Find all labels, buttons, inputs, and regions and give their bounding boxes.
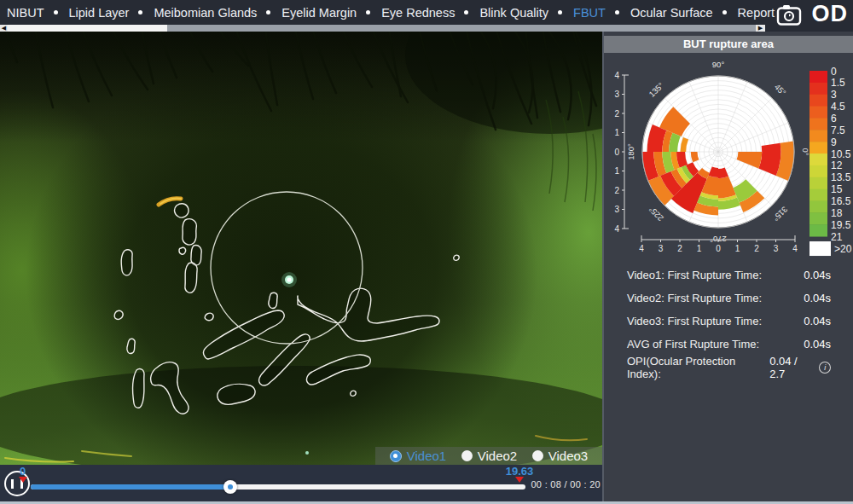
- radio-icon: [532, 450, 543, 461]
- svg-text:4: 4: [792, 244, 798, 253]
- svg-text:3: 3: [614, 205, 619, 214]
- info-row-label: Video2: First Rupture Time:: [627, 292, 762, 304]
- seek-bar-progress: [31, 484, 230, 490]
- svg-text:2: 2: [754, 244, 759, 253]
- camera-icon: [776, 4, 802, 26]
- svg-text:19.5: 19.5: [831, 219, 851, 231]
- svg-text:135°: 135°: [647, 80, 665, 99]
- video-option-label: Video3: [548, 449, 588, 463]
- scroll-right-arrow-icon[interactable]: ▶: [756, 25, 765, 32]
- video-option-video2[interactable]: Video2: [461, 449, 517, 463]
- info-icon[interactable]: i: [819, 362, 831, 374]
- svg-text:1: 1: [614, 128, 619, 137]
- info-row-value: 0.04s: [804, 338, 831, 350]
- info-row-value: 0.04s: [804, 292, 831, 304]
- svg-text:4: 4: [614, 71, 619, 80]
- svg-text:2: 2: [614, 109, 619, 119]
- tab-separator-dot: [54, 10, 58, 14]
- svg-text:10.5: 10.5: [831, 148, 851, 160]
- svg-text:4: 4: [639, 244, 644, 253]
- info-row-value: 0.04s: [804, 315, 831, 327]
- tab-fbut[interactable]: FBUT: [573, 6, 606, 20]
- radio-selected-icon: [390, 450, 402, 462]
- info-row-value-text: 0.04s: [804, 338, 831, 350]
- video-source-selector: Video1Video2Video3: [375, 447, 602, 465]
- tab-blink-quality[interactable]: Blink Quality: [479, 6, 548, 20]
- tab-meibomian-glands[interactable]: Meibomian Glands: [154, 6, 257, 20]
- tab-nibut[interactable]: NIBUT: [7, 6, 44, 20]
- svg-text:315°: 315°: [771, 205, 790, 223]
- time-display: 00 : 08 / 00 : 20: [529, 479, 601, 490]
- svg-text:1: 1: [697, 244, 702, 253]
- nav-horizontal-scrollbar[interactable]: ◀ ▶: [0, 25, 765, 32]
- tab-separator-dot: [722, 10, 727, 14]
- svg-text:1: 1: [735, 244, 740, 253]
- info-row-label: AVG of First Rupture Time:: [627, 338, 759, 350]
- svg-text:2: 2: [614, 186, 619, 195]
- svg-text:13.5: 13.5: [831, 171, 851, 183]
- tab-report[interactable]: Report: [738, 6, 775, 20]
- but-rupture-polar-chart: 0°45°90°135°180°225°270°315°432101234432…: [604, 53, 853, 262]
- svg-text:2: 2: [677, 244, 682, 253]
- svg-text:12: 12: [831, 159, 843, 171]
- tab-separator-dot: [464, 10, 468, 14]
- seek-bar-thumb[interactable]: [223, 480, 237, 494]
- video-option-label: Video1: [407, 449, 446, 463]
- svg-text:45°: 45°: [773, 82, 788, 97]
- tab-separator-dot: [558, 10, 562, 14]
- svg-text:0: 0: [716, 244, 721, 253]
- rupture-info-list: Video1: First Rupture Time:0.04sVideo2: …: [604, 264, 853, 379]
- eye-fluorescein-image: [0, 32, 602, 465]
- info-row-value-text: 0.04s: [804, 292, 831, 304]
- screenshot-camera-button[interactable]: [776, 4, 802, 26]
- tab-lipid-layer[interactable]: Lipid Layer: [69, 6, 130, 20]
- svg-text:1: 1: [614, 166, 619, 176]
- svg-text:90°: 90°: [712, 60, 725, 69]
- info-row: Video1: First Rupture Time:0.04s: [604, 264, 853, 287]
- tab-separator-dot: [138, 10, 142, 14]
- svg-text:4.5: 4.5: [831, 101, 845, 113]
- svg-text:15: 15: [831, 183, 843, 195]
- timeline-end-label: 19.63: [493, 465, 546, 478]
- scroll-left-arrow-icon[interactable]: ◀: [0, 25, 8, 32]
- top-navigation: NIBUTLipid LayerMeibomian GlandsEyelid M…: [0, 0, 853, 32]
- svg-text:9: 9: [831, 136, 837, 148]
- video-option-video1[interactable]: Video1: [390, 449, 446, 463]
- radio-icon: [461, 450, 473, 461]
- video-viewport: Video1Video2Video3: [0, 32, 602, 465]
- svg-text:3: 3: [659, 244, 664, 253]
- eye-photo-background: [0, 32, 602, 465]
- tab-eyelid-margin[interactable]: Eyelid Margin: [281, 6, 357, 20]
- tab-separator-dot: [366, 10, 370, 14]
- tab-ocular-surface[interactable]: Ocular Surface: [630, 6, 713, 20]
- info-row: Video3: First Rupture Time:0.04s: [604, 310, 853, 333]
- video-option-label: Video2: [478, 449, 517, 463]
- video-option-video3[interactable]: Video3: [532, 449, 588, 463]
- but-rupture-panel: BUT rupture area 0°45°90°135°180°225°270…: [602, 32, 853, 501]
- scrollbar-thumb[interactable]: [8, 25, 167, 32]
- svg-text:21: 21: [831, 231, 843, 243]
- svg-text:1.5: 1.5: [831, 77, 845, 89]
- svg-text:0: 0: [831, 66, 837, 78]
- info-row-value-text: 0.04s: [804, 269, 831, 281]
- svg-text:3: 3: [614, 90, 619, 99]
- svg-text:0: 0: [614, 148, 619, 157]
- info-row-value: 0.04 / 2.7i: [769, 355, 831, 380]
- seek-bar[interactable]: [31, 484, 525, 490]
- svg-text:18: 18: [831, 207, 843, 219]
- info-row-label: Video3: First Rupture Time:: [627, 315, 762, 327]
- tab-separator-dot: [615, 10, 619, 14]
- pause-button[interactable]: [4, 471, 30, 496]
- tab-separator-dot: [266, 10, 270, 14]
- tab-eye-redness[interactable]: Eye Redness: [381, 6, 455, 20]
- info-row: OPI(Ocular Protection Index):0.04 / 2.7i: [604, 356, 853, 379]
- info-row-value-text: 0.04 / 2.7: [769, 355, 815, 380]
- svg-text:3: 3: [831, 89, 837, 101]
- rupture-marker-start-icon: [19, 477, 27, 483]
- info-row-label: OPI(Ocular Protection Index):: [627, 355, 769, 380]
- fbut-analysis-screen: NIBUTLipid LayerMeibomian GlandsEyelid M…: [0, 0, 853, 504]
- playback-controls: 0 19.63 00 : 08 / 00 : 20: [0, 465, 602, 501]
- svg-text:180°: 180°: [626, 143, 635, 160]
- info-row: Video2: First Rupture Time:0.04s: [604, 287, 853, 310]
- info-row-label: Video1: First Rupture Time:: [627, 269, 762, 281]
